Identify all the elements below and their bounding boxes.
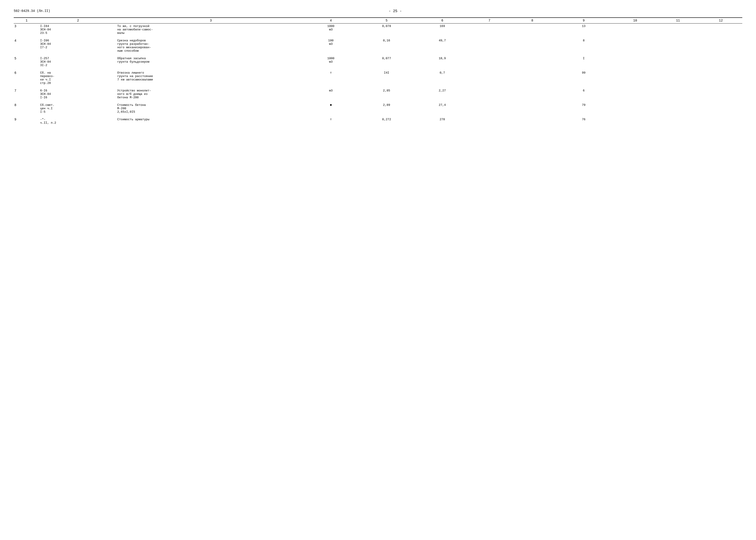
col-header-2: 2 [39, 18, 116, 24]
table-header-row: 1 2 3 4 5 6 7 8 9 10 11 12 [14, 18, 742, 24]
page-header: 502-0429.34 (Лл.II) - 25 - [14, 9, 742, 13]
spacer-row [14, 86, 742, 88]
table-row: 76-I6ЗСН-84I-I6Устройство монолит-ного ж… [14, 88, 742, 100]
spacer-row [14, 68, 742, 70]
col-header-12: 12 [699, 18, 742, 24]
spacer-row [14, 114, 742, 117]
doc-number: 502-0429.34 (Лл.II) [14, 9, 50, 13]
col-header-9: 9 [554, 18, 614, 24]
spacer-row [14, 100, 742, 102]
table-row: 8Сб.смет.цен ч.II-5Стоимость бетонаМ-200… [14, 102, 742, 114]
table-row: 6Сб. наперевоз-ки ч.Iстр.28Отвозка лишне… [14, 70, 742, 86]
spacer-row [14, 54, 742, 56]
col-header-1: 1 [14, 18, 39, 24]
table-row: 3I-I84ЗСН-8423-5То же, с погрузкойна авт… [14, 24, 742, 36]
col-header-10: 10 [614, 18, 657, 24]
col-header-5: 5 [357, 18, 416, 24]
spacer-row [14, 36, 742, 38]
spacer-row [14, 125, 742, 128]
table-row: 9-"-ч.II, п.2Стоимость арматурыт0,272278… [14, 117, 742, 125]
col-header-3: 3 [117, 18, 305, 24]
col-header-6: 6 [417, 18, 468, 24]
table-row: 5I-257ЗСН-843I-2Обратная засыпкагрунта б… [14, 56, 742, 68]
col-header-4: 4 [305, 18, 357, 24]
page-number: - 25 - [389, 9, 402, 13]
table-row: 4I-I06ЗСН-84I7-2Срезка недоборовгрунта р… [14, 38, 742, 54]
col-header-8: 8 [511, 18, 554, 24]
col-header-11: 11 [657, 18, 699, 24]
header-spacer [740, 9, 742, 13]
main-table: 1 2 3 4 5 6 7 8 9 10 11 12 3I-I84ЗСН-842… [14, 17, 742, 128]
col-header-7: 7 [468, 18, 511, 24]
